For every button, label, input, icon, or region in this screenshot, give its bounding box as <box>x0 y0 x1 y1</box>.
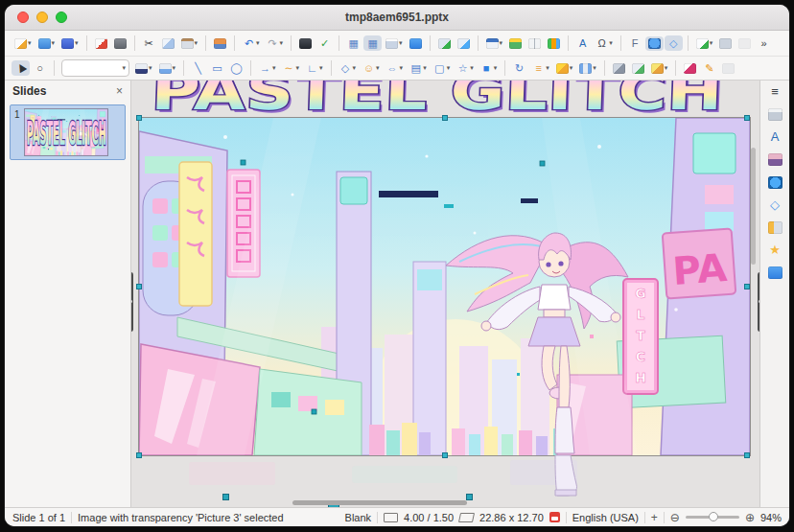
tab-shapes[interactable]: ◇ <box>767 197 783 213</box>
basic-shapes-button[interactable]: ◇▾ <box>337 60 360 76</box>
insert-image-button[interactable] <box>506 36 525 51</box>
tab-navigator[interactable] <box>766 174 784 191</box>
select-tool-button[interactable]: ▶ <box>12 60 30 76</box>
shadow-button[interactable] <box>610 61 628 76</box>
zoom-out-icon[interactable]: ⊖ <box>670 511 680 524</box>
zoom-slider-thumb[interactable] <box>709 512 718 521</box>
crop-image-button[interactable] <box>629 61 647 76</box>
rotate-button[interactable]: ↻ <box>510 60 528 76</box>
unsaved-changes-icon[interactable] <box>549 512 560 522</box>
selection-handle-top-right[interactable] <box>744 115 750 121</box>
fill-color-button[interactable]: ▾ <box>156 61 179 76</box>
image-overflow-ghost <box>189 462 275 485</box>
redo-button[interactable]: ↷▾ <box>264 35 287 51</box>
tab-master-slides[interactable] <box>766 265 784 281</box>
paste-button[interactable]: ▾ <box>178 36 201 51</box>
tab-gallery[interactable] <box>766 151 784 168</box>
tab-properties[interactable] <box>766 106 784 123</box>
draw-functions-button[interactable]: ◇ <box>665 35 683 51</box>
slide-thumbnail-1[interactable]: 1 PASTEL GLITCH <box>10 104 126 160</box>
find-replace-button[interactable] <box>296 36 315 51</box>
snap-to-grid-button[interactable]: ▦ <box>363 35 382 51</box>
start-slideshow-button[interactable] <box>455 36 473 51</box>
copy-button[interactable] <box>159 36 177 51</box>
show-comments-button[interactable] <box>716 36 735 51</box>
cut-button[interactable]: ✂ <box>140 35 158 51</box>
insert-table-button[interactable]: ▾ <box>483 36 506 51</box>
sidebar-settings-button[interactable]: ≡ <box>767 84 783 100</box>
curves-polygons-button[interactable]: ∼▾ <box>280 60 303 76</box>
block-arrows-button[interactable]: ⇔▾ <box>384 60 407 76</box>
toolbar-separator <box>339 35 339 51</box>
slide-canvas[interactable]: PA G L T C H <box>131 81 759 507</box>
normal-view-button[interactable] <box>407 36 425 51</box>
distribute-button[interactable]: ▾ <box>576 61 599 76</box>
image-filter-button[interactable]: ▾ <box>648 61 671 76</box>
align-button[interactable]: ≡▾ <box>529 60 552 76</box>
delete-comment-button[interactable] <box>736 36 754 51</box>
open-button[interactable]: ▾ <box>35 36 58 51</box>
selection-handle-bottom-middle[interactable] <box>442 452 448 458</box>
object-size[interactable]: 22.86 x 12.70 <box>479 512 544 523</box>
display-grid-button[interactable]: ▦ <box>344 35 362 51</box>
line-color-button[interactable]: ▾ <box>132 61 155 76</box>
lines-arrows-button[interactable]: →▾ <box>256 60 279 76</box>
toggle-extrusion-button[interactable] <box>719 61 737 76</box>
zoom-percentage[interactable]: 94% <box>760 512 782 523</box>
zoom-in-icon[interactable]: ⊕ <box>745 511 755 524</box>
points-button[interactable] <box>681 61 699 76</box>
selection-handle-middle-left[interactable] <box>136 284 142 289</box>
cursor-position[interactable]: 4.00 / 1.50 <box>404 512 454 523</box>
connectors-button[interactable]: ∟▾ <box>303 60 326 76</box>
selection-handle-bottom-left[interactable] <box>136 452 142 458</box>
stars-button[interactable]: ☆▾ <box>454 60 477 76</box>
rectangle-button[interactable]: ▭ <box>208 60 226 76</box>
fontwork-button[interactable]: F <box>626 35 644 51</box>
3d-objects-button[interactable]: ■▾ <box>478 60 501 76</box>
symbol-shapes-button[interactable]: ☺▾ <box>360 60 383 76</box>
selection-handle-middle-right[interactable] <box>744 284 750 289</box>
special-character-button[interactable]: Ω▾ <box>593 35 616 51</box>
tab-animation[interactable]: ★ <box>767 243 783 258</box>
selected-picture[interactable]: PA G L T C H <box>139 118 750 455</box>
vertical-scrollbar[interactable] <box>751 148 756 265</box>
slide[interactable]: PA G L T C H <box>139 118 750 455</box>
selection-handle-bottom-right[interactable] <box>744 452 750 458</box>
insert-text-columns-button[interactable] <box>525 36 544 51</box>
ellipse-button[interactable]: ◯ <box>227 60 245 76</box>
print-button[interactable] <box>111 36 129 51</box>
horizontal-scrollbar[interactable] <box>292 500 467 505</box>
tab-styles[interactable]: A <box>767 129 783 145</box>
arrange-button[interactable]: ▾ <box>553 61 576 76</box>
insert-comment-button[interactable]: ▾ <box>693 36 716 51</box>
line-width-combo[interactable]: ▾ <box>61 59 129 77</box>
fit-slide-icon[interactable]: + <box>651 511 658 524</box>
insert-chart-button[interactable] <box>545 36 563 51</box>
master-slide-button[interactable] <box>435 36 454 51</box>
undo-button[interactable]: ↶▾ <box>240 35 263 51</box>
zoom-slider[interactable] <box>686 516 739 519</box>
template-label[interactable]: Blank <box>345 512 372 523</box>
selection-handle-top-left[interactable] <box>136 115 142 121</box>
flowchart-button[interactable]: ▤▾ <box>407 60 430 76</box>
right-panel-splitter[interactable] <box>758 272 759 332</box>
new-button[interactable]: ▾ <box>12 36 35 51</box>
display-views-button[interactable]: ▾ <box>383 36 406 51</box>
left-panel-splitter[interactable] <box>131 272 133 332</box>
slides-panel-close-icon[interactable]: × <box>116 86 123 96</box>
insert-line-button[interactable]: ╲ <box>189 60 207 76</box>
language-selector[interactable]: English (USA) <box>572 512 639 523</box>
dropdown-caret-icon: ▾ <box>593 64 596 72</box>
insert-textbox-button[interactable]: A <box>573 35 592 51</box>
save-button[interactable]: ▾ <box>58 36 82 51</box>
glue-points-button[interactable]: ✎ <box>700 60 718 76</box>
hyperlink-button[interactable] <box>645 36 664 51</box>
tab-slide-transition[interactable] <box>766 220 784 236</box>
clone-formatting-button[interactable] <box>211 36 229 51</box>
spelling-button[interactable]: ✓ <box>315 35 334 51</box>
toolbar-overflow-button[interactable]: » <box>755 35 773 51</box>
zoom-tool-button[interactable]: ○ <box>31 60 49 76</box>
callouts-button[interactable]: ▢▾ <box>431 60 454 76</box>
toolbar-separator <box>134 35 135 51</box>
export-pdf-button[interactable] <box>92 36 110 51</box>
